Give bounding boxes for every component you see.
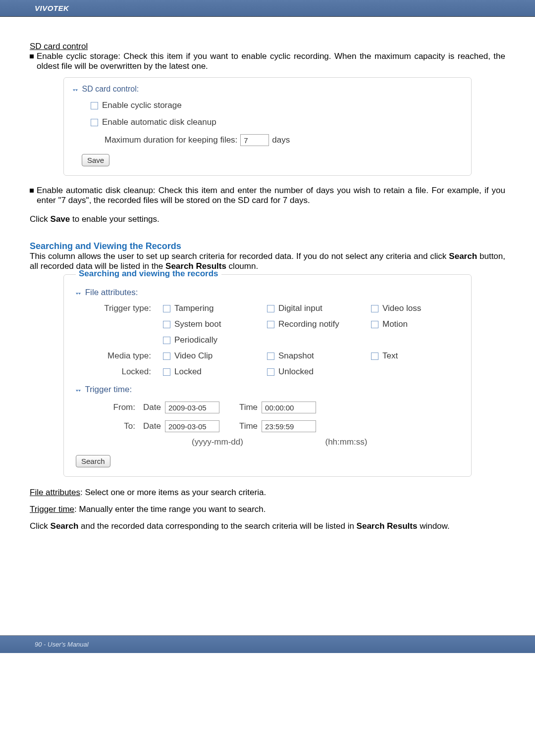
label-enable-cyclic: Enable cyclic storage xyxy=(102,101,182,110)
label-days: days xyxy=(272,135,290,145)
caret-icon: ▾▾ xyxy=(76,389,81,393)
checkbox-enable-cleanup[interactable] xyxy=(91,119,98,126)
t: Save xyxy=(51,214,70,224)
sd-card-panel-title-text: SD card control: xyxy=(82,85,139,93)
checkbox-periodically[interactable] xyxy=(163,337,170,344)
checkbox-text[interactable] xyxy=(371,353,378,360)
label-date: Date xyxy=(143,403,161,412)
t: Search xyxy=(51,521,79,531)
checkbox-motion[interactable] xyxy=(371,321,378,328)
bullet-cyclic: Enable cyclic storage: Check this item i… xyxy=(30,51,505,71)
t: Search Results xyxy=(357,521,418,531)
t: Click xyxy=(30,521,51,531)
input-max-duration[interactable] xyxy=(240,134,269,146)
checkbox-digital-input[interactable] xyxy=(267,305,274,312)
search-button[interactable]: Search xyxy=(76,455,110,467)
checkbox-system-boot[interactable] xyxy=(163,321,170,328)
row-formats: (yyyy-mm-dd) (hh:mm:ss) xyxy=(89,437,462,447)
label-time: Time xyxy=(239,403,258,412)
checkbox-video-loss[interactable] xyxy=(371,305,378,312)
checkbox-recording-notify[interactable] xyxy=(267,321,274,328)
brand-text: VIVOTEK xyxy=(35,4,69,12)
bullet-icon xyxy=(30,189,34,193)
checkbox-snapshot[interactable] xyxy=(267,353,274,360)
input-from-date[interactable] xyxy=(165,402,219,413)
caret-icon: ▾▾ xyxy=(76,292,81,296)
label-media-type: Media type: xyxy=(89,351,163,361)
footer-bar: 90 - User's Manual xyxy=(0,635,535,653)
row-max-duration: Maximum duration for keeping files: days xyxy=(105,134,462,146)
trigger-time-title-text: Trigger time: xyxy=(85,385,132,394)
checkbox-unlocked[interactable] xyxy=(267,368,274,376)
page-content: SD card control Enable cyclic storage: C… xyxy=(0,17,535,531)
footer-page: 90 - User's Manual xyxy=(35,641,89,648)
checkbox-locked[interactable] xyxy=(163,368,170,376)
t: : Manually enter the time range you want… xyxy=(74,504,266,514)
search-fieldset: Searching and viewing the records ▾▾ Fil… xyxy=(63,274,472,477)
row-enable-cleanup: Enable automatic disk cleanup xyxy=(91,117,462,127)
t: : Select one or more items as your searc… xyxy=(80,488,266,497)
t: to enable your settings. xyxy=(70,214,160,224)
row-to: To: Date Time xyxy=(89,420,462,432)
t: window. xyxy=(417,521,449,531)
t: This column allows the user to set up se… xyxy=(30,252,449,261)
bullet-cleanup-text: Enable automatic disk cleanup: Check thi… xyxy=(37,186,505,205)
label-max-duration: Maximum duration for keeping files: xyxy=(105,135,237,145)
trigger-time-title: ▾▾ Trigger time: xyxy=(76,385,462,395)
input-to-date[interactable] xyxy=(165,420,219,432)
opt-text: Text xyxy=(382,351,398,361)
fmt-date: (yyyy-mm-dd) xyxy=(143,437,292,447)
input-to-time[interactable] xyxy=(262,420,316,432)
t: Trigger time xyxy=(30,504,74,514)
opt-system-boot: System boot xyxy=(174,319,221,329)
sd-card-panel: ▾▾ SD card control: Enable cyclic storag… xyxy=(63,77,472,176)
label-from: From: xyxy=(89,403,143,412)
t: Search xyxy=(449,252,477,261)
row-trigger-type2: System boot Recording notify Motion xyxy=(89,319,462,329)
opt-recording-notify: Recording notify xyxy=(278,319,339,329)
opt-snapshot: Snapshot xyxy=(278,351,314,361)
opt-tampering: Tampering xyxy=(174,303,214,313)
opt-digital-input: Digital input xyxy=(278,303,322,313)
caret-icon: ▾▾ xyxy=(73,88,78,92)
row-trigger-type3: Periodically xyxy=(89,335,462,345)
label-date2: Date xyxy=(143,421,161,431)
header-bar: VIVOTEK xyxy=(0,0,535,17)
opt-unlocked: Unlocked xyxy=(278,367,314,377)
checkbox-enable-cyclic[interactable] xyxy=(91,102,98,109)
bullet-cleanup: Enable automatic disk cleanup: Check thi… xyxy=(30,186,505,205)
file-attr-desc: File attributes: Select one or more item… xyxy=(30,488,505,498)
label-to: To: xyxy=(89,421,143,431)
t: Click xyxy=(30,214,51,224)
trigger-time-desc: Trigger time: Manually enter the time ra… xyxy=(30,504,505,514)
row-enable-cyclic: Enable cyclic storage xyxy=(91,101,462,110)
search-legend: Searching and viewing the records xyxy=(76,269,221,279)
search-heading: Searching and Viewing the Records xyxy=(30,241,505,252)
row-from: From: Date Time xyxy=(89,402,462,413)
t: File attributes xyxy=(30,488,80,497)
sd-card-heading: SD card control xyxy=(30,42,505,51)
file-attr-title-text: File attributes: xyxy=(85,288,138,297)
opt-periodically: Periodically xyxy=(174,335,217,345)
row-trigger-type: Trigger type: Tampering Digital input Vi… xyxy=(89,303,462,313)
row-media-type: Media type: Video Clip Snapshot Text xyxy=(89,351,462,361)
search-intro: This column allows the user to set up se… xyxy=(30,252,505,271)
save-button[interactable]: Save xyxy=(82,154,109,166)
opt-motion: Motion xyxy=(382,319,408,329)
bullet-icon xyxy=(30,54,34,58)
label-enable-cleanup: Enable automatic disk cleanup xyxy=(102,117,216,127)
opt-video-loss: Video loss xyxy=(382,303,421,313)
label-time2: Time xyxy=(239,421,258,431)
t: and the recorded data corresponding to t… xyxy=(78,521,356,531)
label-trigger-type: Trigger type: xyxy=(89,303,163,313)
checkbox-video-clip[interactable] xyxy=(163,353,170,360)
t: cloumn. xyxy=(226,261,258,271)
opt-video-clip: Video Clip xyxy=(174,351,213,361)
bullet-cyclic-text: Enable cyclic storage: Check this item i… xyxy=(37,51,505,71)
input-from-time[interactable] xyxy=(262,402,316,413)
click-search-desc: Click Search and the recorded data corre… xyxy=(30,521,505,531)
checkbox-tampering[interactable] xyxy=(163,305,170,312)
row-locked: Locked: Locked Unlocked xyxy=(89,367,462,377)
sd-card-panel-title: ▾▾ SD card control: xyxy=(73,85,462,94)
opt-locked: Locked xyxy=(174,367,202,377)
